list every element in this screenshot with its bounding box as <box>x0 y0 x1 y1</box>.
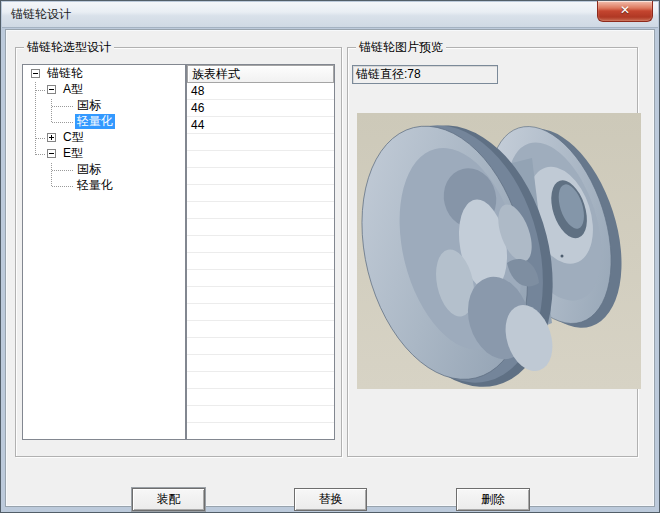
chain-diameter-field[interactable]: 锚链直径:78 <box>352 65 498 84</box>
tree-item-a-type[interactable]: A型 <box>23 81 185 97</box>
tree-item-label: 国标 <box>75 98 103 113</box>
group-selection-design: 锚链轮选型设计 锚链轮 A型 <box>15 47 342 457</box>
tree-item-label: 轻量化 <box>75 178 115 193</box>
tree-item-e-guobiao[interactable]: 国标 <box>23 161 185 177</box>
tree-item-label: A型 <box>61 82 85 97</box>
dialog-client-area: 锚链轮选型设计 锚链轮 A型 <box>5 29 655 507</box>
tree-item-a-guobiao[interactable]: 国标 <box>23 97 185 113</box>
group-picture-preview: 锚链轮图片预览 锚链直径:78 <box>347 47 638 457</box>
delete-button[interactable]: 删除 <box>456 488 530 511</box>
assemble-button[interactable]: 装配 <box>132 488 205 511</box>
expand-icon[interactable] <box>47 133 56 142</box>
collapse-icon[interactable] <box>31 69 40 78</box>
chainwheel-tree[interactable]: 锚链轮 A型 国标 轻量化 C型 E型 <box>22 64 186 440</box>
tree-item-e-lightweight[interactable]: 轻量化 <box>23 177 185 193</box>
title-bar[interactable]: 锚链轮设计 <box>2 2 658 28</box>
collapse-icon[interactable] <box>47 149 56 158</box>
tree-item-label: 锚链轮 <box>45 66 85 81</box>
list-item[interactable]: 46 <box>187 100 334 117</box>
list-item[interactable]: 44 <box>187 117 334 134</box>
family-table-list[interactable]: 族表样式 48 46 44 <box>186 64 335 440</box>
tree-item-a-lightweight-selected[interactable]: 轻量化 <box>23 113 185 129</box>
family-table-header[interactable]: 族表样式 <box>187 65 334 83</box>
close-button[interactable]: ✕ <box>597 1 653 22</box>
tree-item-label: E型 <box>61 146 85 161</box>
window-title: 锚链轮设计 <box>11 6 71 23</box>
close-icon: ✕ <box>620 3 630 17</box>
dialog-window: 锚链轮设计 ✕ 锚链轮选型设计 锚链轮 <box>0 0 660 513</box>
list-item[interactable]: 48 <box>187 83 334 100</box>
tree-item-e-type[interactable]: E型 <box>23 145 185 161</box>
group-preview-title: 锚链轮图片预览 <box>356 39 446 56</box>
replace-button[interactable]: 替换 <box>294 488 367 511</box>
tree-item-label: C型 <box>61 130 86 145</box>
chainwheel-preview-image <box>357 113 641 389</box>
group-selection-title: 锚链轮选型设计 <box>24 39 114 56</box>
tree-item-c-type[interactable]: C型 <box>23 129 185 145</box>
tree-item-root[interactable]: 锚链轮 <box>23 65 185 81</box>
chainwheel-3d-model <box>357 113 641 389</box>
tree-item-label: 国标 <box>75 162 103 177</box>
tree-item-label: 轻量化 <box>75 114 115 129</box>
collapse-icon[interactable] <box>47 85 56 94</box>
family-table-body: 48 46 44 <box>187 83 334 439</box>
